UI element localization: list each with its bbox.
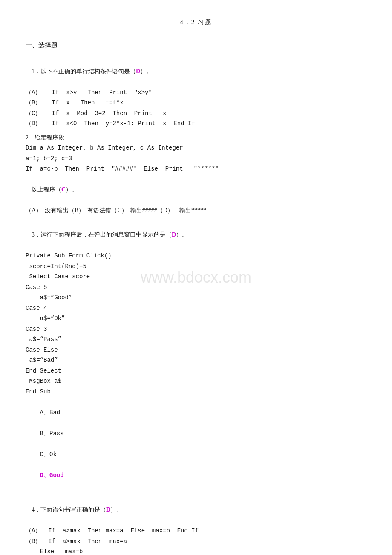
- q1-optionB: （B） If x Then t=t*x: [26, 98, 366, 108]
- q3-code-2: Select Case score: [26, 272, 366, 282]
- q3-code-1: score=Int(Rnd)+5: [26, 261, 366, 272]
- q3-code-9: Case Else: [26, 345, 366, 356]
- q2-answer: C: [61, 186, 66, 193]
- q1-answer: D: [136, 68, 140, 75]
- q3-code-12: MsgBox a$: [26, 376, 366, 387]
- question-1: 1．以下不正确的单行结构条件语句是（D）。 （A） If x>y Then Pr…: [26, 56, 366, 129]
- section-header: 一、选择题: [26, 40, 366, 51]
- q3-code-10: a$=“Bad”: [26, 355, 366, 366]
- q2-code2: a=1; b=2; c=3: [26, 153, 366, 164]
- q1-optionD: （D） If x<0 Then y=2*x-1: Print x End If: [26, 119, 366, 129]
- q4-optionB-1: （B） If a>max Then max=a: [26, 536, 366, 547]
- q3-label: 3．运行下面程序后，在弹出的消息窗口中显示的是（D）。: [26, 220, 366, 251]
- question-4: 4．下面语句书写正确的是（D）。 （A） If a>max Then max=a…: [26, 494, 366, 555]
- q3-code-5: Case 4: [26, 303, 366, 314]
- q3-code-6: a$=“Ok”: [26, 313, 366, 324]
- q3-answer: D: [172, 231, 176, 238]
- question-3: 3．运行下面程序后，在弹出的消息窗口中显示的是（D）。 Private Sub …: [26, 220, 366, 491]
- q3-code-13: End Sub: [26, 387, 366, 397]
- q2-result: 以上程序（C）。: [26, 174, 366, 206]
- question-2: 2．给定程序段 Dim a As Integer, b As Integer, …: [26, 133, 366, 216]
- q2-options: （A） 没有输出（B） 有语法错（C） 输出#####（D） 输出*****: [26, 205, 366, 216]
- q2-code3: If a=c-b Then Print "#####" Else Print "…: [26, 164, 366, 174]
- q3-optionD: D、Good: [40, 472, 64, 479]
- q1-optionC: （C） If x Mod 3=2 Then Print x: [26, 108, 366, 119]
- page-title: 4．2 习题: [26, 17, 366, 28]
- q3-code-8: a$=“Pass”: [26, 334, 366, 345]
- q3-code-3: Case 5: [26, 282, 366, 293]
- q3-code-7: Case 3: [26, 324, 366, 335]
- q1-optionA: （A） If x>y Then Print "x>y": [26, 87, 366, 98]
- q4-label: 4．下面语句书写正确的是（D）。: [26, 494, 366, 526]
- q3-code-0: Private Sub Form_Click(): [26, 251, 366, 261]
- q2-label: 2．给定程序段: [26, 133, 366, 143]
- q2-code1: Dim a As Integer, b As Integer, c As Int…: [26, 143, 366, 153]
- q3-code-11: End Select: [26, 366, 366, 376]
- q4-optionB-2: Else max=b: [26, 546, 366, 555]
- q3-code-4: a$=“Good”: [26, 292, 366, 303]
- q1-label: 1．以下不正确的单行结构条件语句是（D）。: [26, 56, 366, 87]
- q4-optionA: （A） If a>max Then max=a Else max=b End I…: [26, 526, 366, 536]
- q4-answer: D: [106, 506, 110, 513]
- q3-options: A、Bad B、Pass C、Ok D、Good: [26, 397, 366, 491]
